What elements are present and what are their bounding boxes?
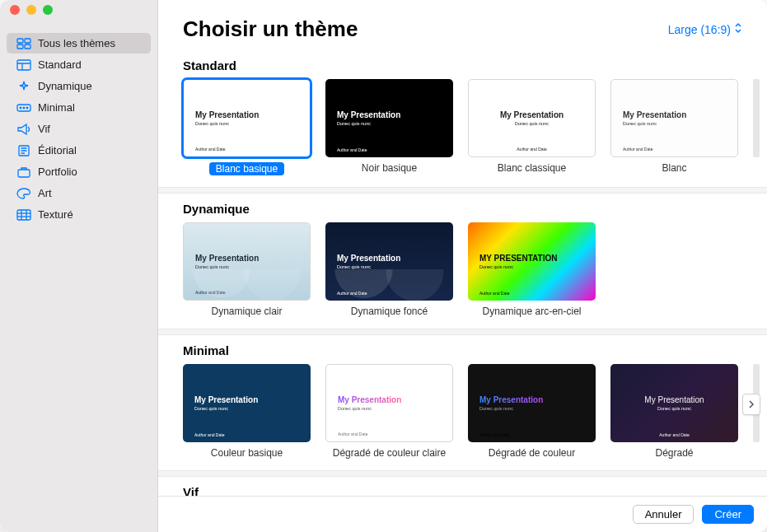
megaphone-icon <box>16 124 31 135</box>
theme-card[interactable]: My PresentationDonec quis nuncAuthor and… <box>468 79 596 174</box>
zoom-window-button[interactable] <box>43 5 53 15</box>
sidebar-item-vif[interactable]: Vif <box>7 119 151 139</box>
sidebar-item-label: Tous les thèmes <box>38 37 115 49</box>
scroll-right-button[interactable] <box>742 394 760 415</box>
section-divider <box>158 187 767 194</box>
preview-subtitle: Donec quis nunc <box>479 264 596 269</box>
titlebar <box>0 0 63 10</box>
theme-thumbnail: My PresentationDonec quis nuncAuthor and… <box>468 79 596 157</box>
preview-author: Author and Date <box>338 432 367 436</box>
preview-title: My Presentation <box>479 395 596 404</box>
preview-author: Author and Date <box>337 291 367 296</box>
sidebar-item-label: Éditorial <box>38 144 77 156</box>
theme-row: My PresentationDonec quis nuncAuthor and… <box>158 364 767 470</box>
svg-rect-2 <box>17 44 23 49</box>
main-content: Choisir un thème Large (16:9) StandardMy… <box>158 0 767 532</box>
sidebar: Tous les thèmesStandardDynamiqueMinimalV… <box>0 0 158 532</box>
theme-thumbnail: My PresentationDonec quis nuncAuthor and… <box>183 222 311 301</box>
preview-title: My Presentation <box>500 110 564 119</box>
theme-card[interactable]: My PresentationDonec quis nuncAuthor and… <box>610 364 738 459</box>
sidebar-item-label: Standard <box>38 58 82 71</box>
theme-label: Noir basique <box>362 162 417 174</box>
section-title: Standard <box>158 50 767 79</box>
theme-card[interactable]: MY PRESENTATIONDonec quis nuncAuthor and… <box>468 222 596 317</box>
theme-scroll-area[interactable]: StandardMy PresentationDonec quis nuncAu… <box>158 50 767 532</box>
minimize-window-button[interactable] <box>26 5 36 15</box>
preview-subtitle: Donec quis nunc <box>337 264 453 269</box>
theme-card[interactable]: My PresentationDonec quis nuncAuthor and… <box>183 79 311 175</box>
sidebar-item-label: Portfolio <box>38 166 77 178</box>
theme-card[interactable]: My PresentationDonec quis nuncAuthor and… <box>325 79 453 174</box>
theme-thumbnail: My PresentationDonec quis nuncAuthor and… <box>325 79 453 157</box>
section-title: Minimal <box>158 335 767 364</box>
theme-chooser-window: Tous les thèmesStandardDynamiqueMinimalV… <box>0 0 767 532</box>
theme-label: Couleur basique <box>211 447 283 459</box>
theme-card[interactable]: My PresentationDonec quis nuncAuthor and… <box>610 79 738 174</box>
preview-subtitle: Donec quis nunc <box>337 121 453 126</box>
sidebar-item--ditorial[interactable]: Éditorial <box>7 140 151 161</box>
sidebar-item-standard[interactable]: Standard <box>7 54 151 75</box>
preview-title: My Presentation <box>644 395 704 404</box>
svg-rect-1 <box>25 39 30 43</box>
body: Tous les thèmesStandardDynamiqueMinimalV… <box>0 0 767 532</box>
preview-subtitle: Donec quis nunc <box>194 406 311 411</box>
svg-point-10 <box>26 107 28 109</box>
theme-card[interactable]: My PresentationDonec quis nuncAuthor and… <box>183 364 311 459</box>
texture-icon <box>16 209 31 221</box>
preview-title: My Presentation <box>623 110 737 119</box>
theme-thumbnail: My PresentationDonec quis nuncAuthor and… <box>610 79 738 157</box>
theme-label: Dynamique foncé <box>351 306 428 317</box>
svg-rect-4 <box>17 60 30 70</box>
grid-icon <box>16 38 31 49</box>
palette-icon <box>16 188 31 199</box>
create-button[interactable]: Créer <box>702 505 754 524</box>
preview-subtitle: Donec quis nunc <box>479 406 596 411</box>
theme-label: Blanc classique <box>498 162 566 174</box>
theme-card[interactable]: My PresentationDonec quis nuncAuthor and… <box>325 364 453 459</box>
sidebar-item-portfolio[interactable]: Portfolio <box>7 161 151 182</box>
preview-author: Author and Date <box>195 147 225 152</box>
sidebar-item-label: Texturé <box>38 208 73 221</box>
theme-label: Dégradé de couleur <box>489 447 575 459</box>
footer: Annuler Créer <box>158 496 767 532</box>
sidebar-item-textur-[interactable]: Texturé <box>7 204 151 225</box>
theme-label: Blanc <box>662 162 686 174</box>
preview-subtitle: Donec quis nunc <box>338 406 452 411</box>
aspect-ratio-label: Large (16:9) <box>668 23 731 36</box>
preview-title: My Presentation <box>338 395 452 404</box>
svg-point-9 <box>23 107 25 109</box>
close-window-button[interactable] <box>10 5 20 15</box>
header: Choisir un thème Large (16:9) <box>158 0 767 50</box>
preview-title: My Presentation <box>195 254 310 263</box>
theme-card[interactable]: My PresentationDonec quis nuncAuthor and… <box>468 364 596 459</box>
sidebar-item-tous-les-th-mes[interactable]: Tous les thèmes <box>7 33 151 54</box>
theme-thumbnail: My PresentationDonec quis nuncAuthor and… <box>325 222 453 301</box>
cancel-button[interactable]: Annuler <box>633 505 695 524</box>
svg-rect-3 <box>25 44 30 49</box>
document-icon <box>16 145 31 156</box>
section-divider <box>158 329 767 335</box>
theme-label: Dynamique arc-en-ciel <box>482 306 581 317</box>
preview-author: Author and Date <box>479 291 509 296</box>
sidebar-item-art[interactable]: Art <box>7 183 151 203</box>
theme-thumbnail: My PresentationDonec quis nuncAuthor and… <box>468 364 596 442</box>
page-title: Choisir un thème <box>183 16 358 42</box>
preview-author: Author and Date <box>337 147 367 152</box>
preview-subtitle: Donec quis nunc <box>195 121 310 126</box>
dots-icon <box>16 102 31 114</box>
sidebar-item-dynamique[interactable]: Dynamique <box>7 76 151 96</box>
sidebar-item-label: Dynamique <box>38 80 92 92</box>
theme-label: Dégradé <box>655 447 693 459</box>
sidebar-item-label: Art <box>38 187 52 199</box>
sidebar-item-minimal[interactable]: Minimal <box>7 97 151 118</box>
theme-row: My PresentationDonec quis nuncAuthor and… <box>158 79 767 187</box>
theme-thumbnail: My PresentationDonec quis nuncAuthor and… <box>183 364 311 442</box>
preview-author: Author and Date <box>610 432 738 437</box>
preview-author: Author and Date <box>195 290 225 295</box>
theme-card[interactable]: My PresentationDonec quis nuncAuthor and… <box>325 222 453 317</box>
svg-rect-16 <box>17 210 30 220</box>
preview-title: MY PRESENTATION <box>479 254 596 263</box>
aspect-ratio-picker[interactable]: Large (16:9) <box>668 22 742 36</box>
theme-card[interactable]: My PresentationDonec quis nuncAuthor and… <box>183 222 311 317</box>
theme-label: Dynamique clair <box>211 306 282 317</box>
